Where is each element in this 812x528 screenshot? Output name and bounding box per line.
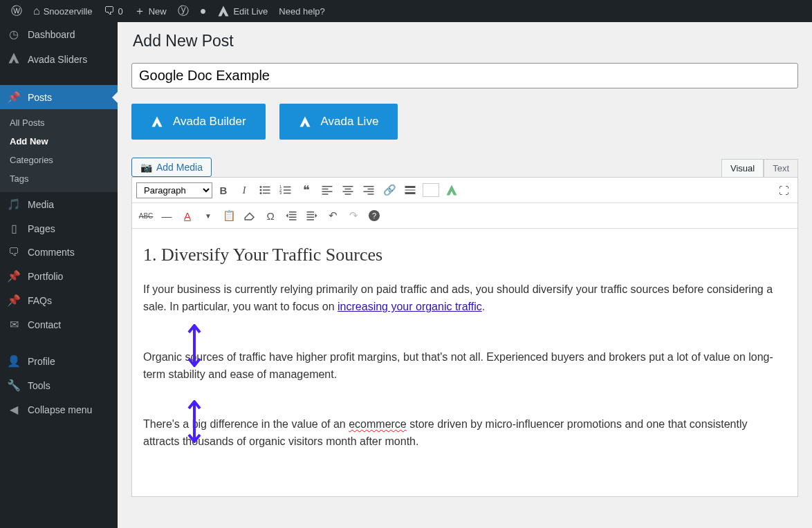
menu-avada-sliders[interactable]: Avada Sliders	[0, 46, 118, 73]
page-title: Add New Post	[133, 32, 798, 50]
need-help-label: Need help?	[279, 6, 325, 17]
comments-count: 0	[118, 6, 123, 17]
menu-faqs[interactable]: 📌FAQs	[0, 288, 118, 312]
wp-logo[interactable]: ⓦ	[6, 0, 28, 22]
menu-tools[interactable]: 🔧Tools	[0, 373, 118, 397]
svg-point-2	[260, 189, 262, 191]
italic-button[interactable]: I	[234, 180, 254, 200]
menu-posts[interactable]: 📌Posts	[0, 85, 118, 109]
avada-live-button[interactable]: Avada Live	[279, 104, 398, 140]
svg-rect-34	[307, 219, 315, 220]
text-run: There's a big difference in the value of…	[143, 418, 349, 430]
svg-rect-13	[322, 189, 329, 190]
menu-label: Pages	[28, 223, 55, 234]
site-home-link[interactable]: ⌂Snoozerville	[28, 0, 98, 22]
align-right-icon	[362, 184, 375, 196]
fullscreen-button[interactable]: ⛶	[774, 180, 793, 200]
align-center-icon	[342, 184, 354, 196]
svg-rect-27	[289, 211, 297, 213]
help-button[interactable]: ?	[365, 206, 384, 225]
editor-toolbar-row1: Paragraph B I 123 ❝ 🔗 ⛶	[132, 178, 797, 203]
avada-icon	[217, 5, 230, 17]
menu-label: Comments	[28, 247, 75, 258]
svg-rect-19	[345, 194, 351, 195]
avada-icon	[299, 115, 311, 128]
spellcheck-word: ecommerce	[349, 418, 407, 430]
menu-label: Avada Sliders	[28, 54, 87, 65]
svg-point-4	[260, 192, 262, 194]
edit-live-link[interactable]: Edit Live	[212, 0, 273, 22]
text-color-button[interactable]	[421, 180, 441, 200]
submenu-add-new[interactable]: Add New	[0, 132, 118, 151]
indent-button[interactable]	[302, 206, 322, 225]
svg-rect-33	[307, 217, 315, 218]
user-icon: 👤	[7, 355, 21, 368]
bullet-list-button[interactable]	[255, 180, 275, 200]
redo-button[interactable]: ↷	[344, 206, 363, 225]
paste-text-button[interactable]: 📋	[219, 206, 239, 225]
tab-visual[interactable]: Visual	[721, 159, 764, 177]
numbered-list-button[interactable]: 123	[276, 180, 295, 200]
eraser-icon	[243, 209, 256, 222]
align-left-button[interactable]	[317, 180, 337, 200]
add-media-button[interactable]: 📷Add Media	[131, 158, 212, 177]
button-label: Add Media	[156, 162, 203, 173]
outdent-button[interactable]	[282, 206, 301, 225]
strikethrough-button[interactable]: ABC	[136, 206, 156, 225]
menu-dashboard[interactable]: ◷Dashboard	[0, 22, 118, 46]
svg-rect-20	[364, 186, 374, 187]
menu-media[interactable]: 🎵Media	[0, 192, 118, 216]
tab-text[interactable]: Text	[764, 159, 798, 177]
submenu-categories[interactable]: Categories	[0, 151, 118, 169]
organic-traffic-link[interactable]: increasing your organic traffic	[338, 301, 482, 312]
text-color-a-button[interactable]: A	[178, 206, 197, 225]
menu-label: Profile	[28, 356, 55, 367]
avada-icon	[7, 52, 21, 67]
menu-profile[interactable]: 👤Profile	[0, 349, 118, 373]
comments-link[interactable]: 🗨0	[98, 0, 129, 22]
submenu-tags[interactable]: Tags	[0, 169, 118, 188]
text-color-dropdown[interactable]: ▼	[199, 206, 218, 225]
menu-comments[interactable]: 🗨Comments	[0, 241, 118, 264]
align-center-button[interactable]	[338, 180, 358, 200]
pushpin-icon: 📌	[7, 270, 21, 283]
yoast-link[interactable]: ⓨ	[172, 0, 194, 22]
clear-formatting-button[interactable]	[240, 206, 259, 225]
post-title-input[interactable]	[131, 63, 798, 88]
read-more-button[interactable]	[400, 180, 420, 200]
svg-rect-29	[289, 217, 297, 218]
menu-contact[interactable]: ✉Contact	[0, 312, 118, 337]
indent-icon	[306, 209, 318, 222]
editor-content[interactable]: 1. Diversify Your Traffic Sources If you…	[132, 229, 797, 496]
paragraph: Organic sources of traffic have higher p…	[143, 349, 786, 384]
svg-rect-5	[263, 193, 270, 194]
comment-icon: 🗨	[7, 246, 21, 258]
menu-label: Media	[28, 199, 54, 210]
bold-button[interactable]: B	[214, 180, 233, 200]
need-help-link[interactable]: Need help?	[273, 0, 331, 22]
avada-element-button[interactable]	[442, 180, 461, 200]
home-icon: ⌂	[33, 6, 40, 17]
wrench-icon: 🔧	[7, 379, 21, 392]
menu-label: Collapse menu	[28, 404, 92, 415]
submenu-all-posts[interactable]: All Posts	[0, 113, 118, 132]
status-dot[interactable]: ●	[194, 0, 212, 22]
text-run: .	[482, 301, 485, 312]
media-icon: 🎵	[7, 198, 21, 211]
format-select[interactable]: Paragraph	[136, 182, 212, 198]
special-char-button[interactable]: Ω	[261, 206, 280, 225]
annotation-arrow	[187, 324, 201, 367]
blockquote-button[interactable]: ❝	[297, 180, 316, 200]
undo-button[interactable]: ↶	[323, 206, 342, 225]
menu-collapse[interactable]: ◀Collapse menu	[0, 397, 118, 422]
align-right-button[interactable]	[359, 180, 378, 200]
new-content-link[interactable]: ＋New	[129, 0, 172, 22]
svg-rect-26	[405, 192, 416, 194]
link-button[interactable]: 🔗	[380, 180, 399, 200]
avada-builder-button[interactable]: Avada Builder	[131, 104, 266, 140]
menu-portfolio[interactable]: 📌Portfolio	[0, 264, 118, 288]
horizontal-rule-button[interactable]: —	[157, 206, 176, 225]
menu-pages[interactable]: ▯Pages	[0, 216, 118, 241]
content-heading: 1. Diversify Your Traffic Sources	[143, 241, 786, 269]
paragraph: If your business is currently relying pr…	[143, 281, 786, 316]
